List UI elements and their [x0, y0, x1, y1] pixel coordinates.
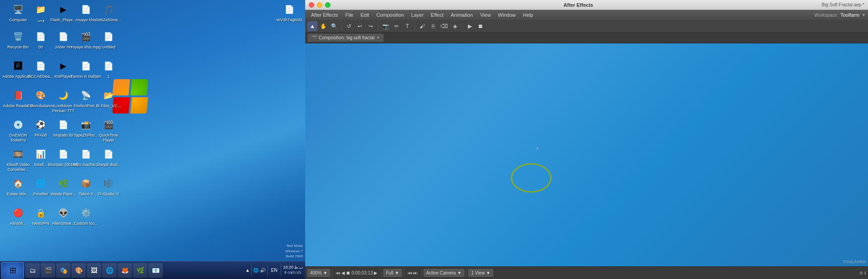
desktop-icon-sheydi-dost[interactable]: 📄 Sheydi dost...	[93, 147, 124, 167]
tool-text[interactable]: T	[402, 21, 412, 31]
menu-aftereffects[interactable]: After Effects	[307, 11, 342, 19]
language-indicator[interactable]: EN	[269, 267, 279, 274]
icon-label-num1: 1	[107, 74, 109, 79]
desktop: 🖥️ Computer 📁 وبی ▶ Flash_Playe... 📄 roy…	[0, 0, 305, 279]
menu-edit[interactable]: Edit	[357, 11, 373, 19]
tool-brush[interactable]: 🖌	[417, 21, 427, 31]
playback-icon2[interactable]: ⏭	[413, 270, 418, 275]
system-clock[interactable]: 10:20 ب.ظ ۲-۱۷/۱۱/۱	[283, 265, 303, 275]
desktop-icon-untitled[interactable]: 📄 Untitled	[93, 29, 124, 50]
taskbar-media[interactable]: 🎬	[41, 263, 55, 278]
taskbar-sep2	[267, 265, 268, 276]
menu-help[interactable]: Help	[519, 11, 537, 19]
tray-network-icon: 🌐	[253, 268, 259, 273]
icon-label-custom-icon: Custom Ico...	[74, 221, 98, 226]
menu-layer[interactable]: Layer	[408, 11, 428, 19]
workspace-dropdown-icon[interactable]: ▼	[862, 13, 866, 17]
taskbar-ie[interactable]: 🌐	[102, 263, 117, 278]
zoom-dropdown-icon: ▼	[323, 270, 328, 275]
menu-animation[interactable]: Animation	[447, 11, 476, 19]
icon-label-folder1: وبی	[38, 18, 44, 23]
icon-img-royaye-khis1: 📄	[79, 2, 93, 17]
preview-stop-icon[interactable]: ⏹	[346, 270, 350, 275]
menu-file[interactable]: File	[342, 11, 357, 19]
desktop-icon-num1[interactable]: 📄 1	[93, 59, 124, 79]
icon-label-fi-studio: FI-Studio !!!	[98, 192, 119, 197]
icon-label-foxell: foxell...	[34, 162, 47, 167]
view-dropdown[interactable]: 1 View ▼	[468, 269, 493, 277]
bottom-sep3	[404, 269, 404, 277]
bottom-sep2	[381, 269, 382, 277]
taskbar-ae[interactable]: 🎭	[56, 263, 71, 278]
minimize-button[interactable]	[317, 2, 322, 8]
tool-rotate[interactable]: ↺	[344, 21, 354, 31]
playback-icon1[interactable]: ⏮	[408, 270, 412, 275]
preview-play-icon[interactable]: ⏮	[336, 270, 340, 275]
ae-menubar: After Effects File Edit Composition Laye…	[305, 10, 868, 20]
icon-img-royaye-khis2: 🎬	[79, 29, 93, 44]
tool-undo[interactable]: ↩	[355, 21, 365, 31]
close-button[interactable]	[309, 2, 314, 8]
icon-img-color-balance: 🎨	[33, 88, 48, 103]
info-icon[interactable]: ℹ	[864, 271, 866, 275]
menu-composition[interactable]: Composition	[373, 11, 407, 19]
icon-img-sheydi-dost: 📄	[101, 147, 116, 161]
icon-label-wv3ht4gm93: WV3hT4gM93	[276, 18, 302, 23]
desktop-icon-quicktime[interactable]: 🎬 QuickTime Player	[93, 118, 124, 143]
desktop-icon-sebze50me[interactable]: 🎵 SebZe50me...	[93, 2, 124, 23]
bottom-sep4	[421, 269, 422, 277]
preview-next-icon[interactable]: ▶	[374, 270, 377, 275]
resolution-value: Full	[386, 270, 393, 275]
maximize-button[interactable]	[325, 2, 330, 8]
resolution-dropdown[interactable]: Full ▼	[383, 269, 402, 277]
taskbar-firefox[interactable]: 🦊	[118, 263, 132, 278]
tool-preview[interactable]: ▶	[465, 21, 475, 31]
toolfarm-watermark: TOOLFARM	[843, 260, 866, 264]
taskbar-mail[interactable]: 📧	[148, 263, 163, 278]
icon-img-custom-icon: ⚙️	[79, 206, 93, 220]
render-icon[interactable]: ⚙	[859, 271, 863, 275]
tool-eraser[interactable]: ⌫	[439, 21, 449, 31]
taskbar-ps[interactable]: 🖼	[87, 263, 101, 278]
icon-img-tamrin-haftam: 📄	[79, 59, 93, 73]
bottom-right-controls: ⚙ ℹ	[859, 271, 866, 275]
desktop-icon-wv3ht4gm93[interactable]: 📄 WV3hT4gM93	[274, 2, 305, 23]
icon-img-tabco9: 📦	[79, 176, 93, 191]
preview-timecode: 0:00:03:13	[351, 270, 373, 275]
icon-img-proxifier: 🌐	[33, 176, 48, 191]
icon-img-quicktime: 🎬	[101, 118, 116, 132]
workspace-label: Workspace:	[814, 13, 838, 18]
desktop-icon-fi-studio[interactable]: 🎼 FI-Studio !!!	[93, 176, 124, 197]
preview-prev-icon[interactable]: ◀	[341, 270, 345, 275]
comp-tab-arrow[interactable]: ▼	[376, 36, 380, 40]
composition-view[interactable]: + TOOLFARM	[305, 43, 868, 266]
camera-dropdown[interactable]: Active Camera ▼	[424, 269, 464, 277]
tool-hand[interactable]: ✋	[318, 21, 328, 31]
composition-tab[interactable]: 🎬 Composition: big soft fractal ▼	[307, 33, 384, 42]
tool-arrow[interactable]: ▲	[307, 21, 317, 31]
toolbar-sep2	[378, 22, 378, 30]
icon-img-jaber-hn: 📄	[56, 29, 71, 44]
zoom-dropdown[interactable]: 400% ▼	[307, 269, 330, 277]
taskbar-premiere[interactable]: 🎨	[71, 263, 86, 278]
menu-window[interactable]: Window	[495, 11, 519, 19]
tool-pen[interactable]: ✏	[392, 21, 401, 31]
desktop-icon-custom-icon[interactable]: ⚙️ Custom Ico...	[70, 206, 102, 226]
tool-stop[interactable]: ⏹	[476, 21, 486, 31]
tool-zoom[interactable]: 🔍	[329, 21, 339, 31]
start-button[interactable]: ⊞	[1, 262, 24, 279]
windows-logo-icon: ⊞	[9, 265, 16, 275]
icon-img-foxell: 📊	[33, 147, 48, 161]
taskbar-explorer2[interactable]: 🌿	[133, 263, 147, 278]
playback-controls2: ⏮ ⏭	[406, 270, 420, 276]
tray-up-icon[interactable]: ▲	[245, 268, 250, 273]
tool-redo[interactable]: ↪	[366, 21, 376, 31]
taskbar-right: ▲ 🌐 🔊 EN 10:20 ب.ظ ۲-۱۷/۱۱/۱	[245, 265, 305, 276]
tool-camera[interactable]: 📷	[381, 21, 391, 31]
menu-effect[interactable]: Effect	[427, 11, 447, 19]
tool-clone[interactable]: ⎘	[428, 21, 438, 31]
taskbar-explorer[interactable]: 🗂	[25, 263, 40, 278]
menu-view[interactable]: View	[476, 11, 495, 19]
desktop-icon-bij-files[interactable]: 📂 Bi Files_VC...	[93, 88, 124, 109]
tool-puppet[interactable]: ◈	[450, 21, 460, 31]
